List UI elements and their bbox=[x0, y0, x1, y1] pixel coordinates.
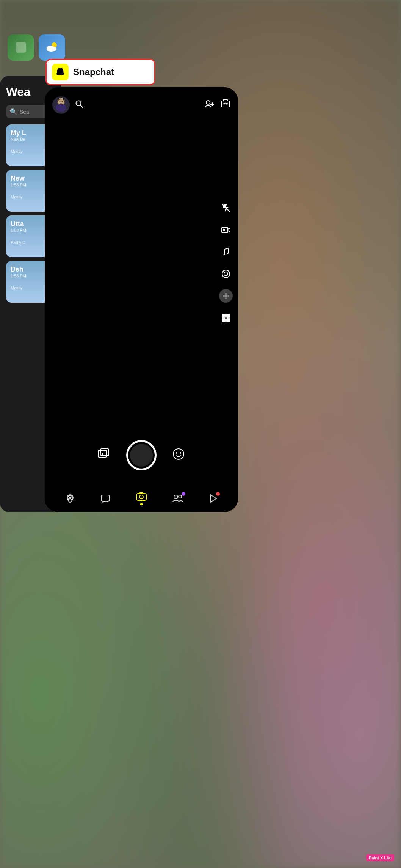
svg-marker-54 bbox=[210, 495, 216, 502]
svg-rect-16 bbox=[221, 101, 230, 107]
camera-controls bbox=[45, 440, 238, 470]
svg-point-43 bbox=[173, 449, 184, 459]
svg-rect-37 bbox=[223, 319, 224, 321]
location-name-3: Utta bbox=[11, 220, 50, 228]
map-tab[interactable] bbox=[65, 494, 75, 503]
friends-tab[interactable] bbox=[172, 494, 183, 503]
svg-point-13 bbox=[206, 101, 210, 104]
svg-point-50 bbox=[139, 495, 143, 499]
add-friend-button[interactable] bbox=[205, 100, 214, 110]
shutter-inner bbox=[130, 444, 153, 467]
svg-line-12 bbox=[80, 105, 83, 107]
green-app-icon[interactable] bbox=[8, 34, 34, 61]
avatar[interactable] bbox=[52, 96, 70, 114]
music-icon[interactable] bbox=[219, 245, 233, 259]
scan-icon[interactable] bbox=[219, 311, 233, 325]
camera-active-indicator bbox=[140, 503, 143, 505]
lens-selector-button[interactable] bbox=[172, 447, 185, 464]
right-side-icons bbox=[219, 201, 233, 325]
search-icon: 🔍 bbox=[10, 108, 17, 115]
svg-rect-49 bbox=[136, 494, 146, 500]
flip-camera-button[interactable] bbox=[221, 99, 230, 111]
location-time-2: 1:53 PM bbox=[11, 182, 50, 187]
svg-rect-36 bbox=[227, 315, 229, 316]
svg-point-24 bbox=[224, 272, 228, 276]
location-condition-3: Partly C bbox=[11, 240, 50, 245]
location-condition-4: Mostly bbox=[11, 286, 50, 290]
search-icon[interactable] bbox=[75, 100, 83, 110]
location-name-2: New bbox=[11, 175, 50, 182]
snapchat-icon-box bbox=[52, 64, 69, 80]
stories-tab[interactable] bbox=[208, 494, 218, 503]
svg-point-23 bbox=[222, 270, 230, 278]
svg-line-22 bbox=[225, 248, 229, 249]
svg-rect-40 bbox=[100, 449, 109, 456]
location-condition-1: Mostly bbox=[11, 149, 50, 154]
svg-point-44 bbox=[176, 452, 177, 454]
svg-point-47 bbox=[69, 497, 71, 499]
svg-point-10 bbox=[62, 101, 63, 102]
watermark: Paint X Lite bbox=[366, 854, 394, 861]
location-name-1: My L bbox=[11, 129, 50, 137]
location-time-3: 1:53 PM bbox=[11, 228, 50, 233]
bottom-nav bbox=[45, 492, 238, 505]
location-name-4: Deh bbox=[11, 266, 50, 274]
snapchat-window bbox=[45, 87, 238, 512]
location-condition-2: Mostly bbox=[11, 195, 50, 199]
camera-tab[interactable] bbox=[136, 492, 147, 505]
shutter-button[interactable] bbox=[126, 440, 157, 470]
location-time-4: 1:53 PM bbox=[11, 274, 50, 278]
friends-notification-dot bbox=[182, 492, 185, 496]
svg-point-45 bbox=[180, 452, 181, 454]
svg-rect-48 bbox=[101, 495, 110, 501]
stories-notification-dot bbox=[216, 492, 220, 496]
top-app-icons bbox=[8, 34, 65, 61]
flash-off-icon[interactable] bbox=[219, 201, 233, 215]
svg-point-53 bbox=[179, 495, 182, 498]
snapchat-app-label[interactable]: Snapchat bbox=[45, 59, 155, 85]
header-right-actions bbox=[205, 99, 230, 111]
snapchat-header bbox=[45, 96, 238, 114]
chat-tab[interactable] bbox=[100, 494, 110, 503]
svg-point-9 bbox=[60, 101, 61, 102]
weather-app-icon[interactable] bbox=[39, 34, 65, 61]
svg-point-8 bbox=[56, 104, 66, 112]
search-placeholder: Sea bbox=[20, 109, 29, 115]
svg-point-52 bbox=[174, 495, 178, 499]
location-time-1: New De bbox=[11, 137, 50, 142]
add-sticker-button[interactable] bbox=[219, 289, 233, 303]
boomerang-icon[interactable] bbox=[219, 223, 233, 237]
svg-rect-38 bbox=[227, 319, 229, 321]
svg-point-4 bbox=[47, 48, 56, 52]
svg-rect-35 bbox=[223, 315, 224, 316]
memories-button[interactable] bbox=[97, 447, 111, 464]
snapchat-label-text: Snapchat bbox=[73, 67, 114, 77]
svg-rect-0 bbox=[16, 42, 26, 53]
lens-icon[interactable] bbox=[219, 267, 233, 281]
